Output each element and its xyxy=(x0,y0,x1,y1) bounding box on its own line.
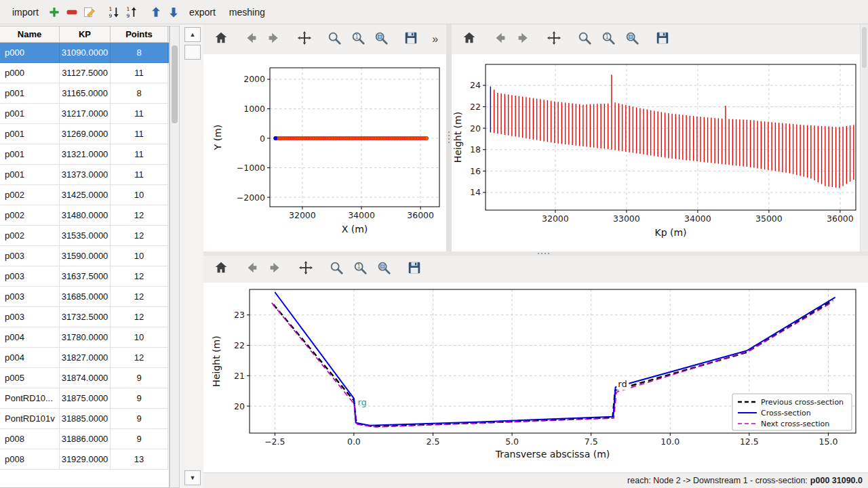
right-scrollbar[interactable] xyxy=(860,24,868,251)
table-row[interactable]: p00431780.000010 xyxy=(0,327,169,348)
pan-icon xyxy=(547,30,561,48)
vertical-splitter[interactable] xyxy=(446,24,452,251)
table-row[interactable]: PontRD10...31875.00009 xyxy=(0,388,169,409)
home-button[interactable] xyxy=(212,30,230,49)
save-button[interactable] xyxy=(653,30,672,49)
home-icon xyxy=(214,30,229,48)
longitudinal-profile-figure: 1 3200033000340003500036000141618202224K… xyxy=(452,24,860,251)
table-row[interactable]: p00131217.000011 xyxy=(0,104,169,124)
forward-button[interactable] xyxy=(514,30,533,49)
svg-text:36000: 36000 xyxy=(407,210,434,220)
cell-points: 10 xyxy=(111,246,168,266)
meshing-button[interactable]: meshing xyxy=(222,4,272,20)
column-header[interactable]: Name xyxy=(0,26,60,43)
table-row[interactable]: p00831886.00009 xyxy=(0,429,169,449)
plan-view-chart[interactable]: 320003400036000−2000−1000010002000X (m)Y… xyxy=(203,54,446,251)
table-scrollbar-thumb[interactable] xyxy=(172,45,178,123)
annotation-rd: rd xyxy=(618,379,627,389)
table-row[interactable]: p00131373.000011 xyxy=(0,165,169,185)
table-row[interactable]: p00331685.000012 xyxy=(0,287,169,307)
svg-text:9: 9 xyxy=(108,12,112,18)
back-button[interactable] xyxy=(241,30,260,49)
save-button[interactable] xyxy=(402,30,420,49)
cell-name: PontRD10... xyxy=(0,388,60,409)
zoom-button[interactable] xyxy=(326,30,344,49)
scroll-down-button[interactable]: ▼ xyxy=(184,470,201,485)
zoom-button[interactable] xyxy=(327,260,346,279)
table-row[interactable]: p00131165.00008 xyxy=(0,83,169,104)
sort-descending-icon[interactable]: 19 xyxy=(105,3,123,21)
toolbar-overflow-button[interactable]: » xyxy=(432,33,438,45)
zoom-rect-button[interactable] xyxy=(374,260,393,279)
export-button[interactable]: export xyxy=(182,4,222,20)
table-row[interactable]: p00331732.500012 xyxy=(0,307,169,327)
pan-button[interactable] xyxy=(295,30,313,49)
back-icon xyxy=(492,30,507,48)
table-row[interactable]: p00031090.00008 xyxy=(0,43,169,63)
forward-icon xyxy=(268,260,283,278)
add-icon[interactable] xyxy=(45,3,63,21)
zoom-original-button[interactable]: 1 xyxy=(599,30,618,49)
svg-text:32000: 32000 xyxy=(289,210,316,220)
table-row[interactable]: p00531874.00009 xyxy=(0,368,169,388)
move-up-icon[interactable] xyxy=(147,3,165,21)
sort-ascending-icon[interactable]: 19 xyxy=(123,3,140,21)
scroll-up-button[interactable]: ▲ xyxy=(184,27,201,42)
zoom-original-button[interactable]: 1 xyxy=(349,30,367,49)
table-row[interactable]: p00031127.500011 xyxy=(0,63,169,83)
import-button[interactable]: import xyxy=(5,4,45,20)
cell-name: p005 xyxy=(0,368,60,388)
back-button[interactable] xyxy=(490,30,509,49)
home-button[interactable] xyxy=(212,260,231,279)
pan-button[interactable] xyxy=(296,260,315,279)
table-row[interactable]: p00231425.000010 xyxy=(0,185,169,205)
zoom-rect-button[interactable] xyxy=(372,30,390,49)
cell-kp: 31590.0000 xyxy=(60,246,111,266)
table-scrollbar[interactable] xyxy=(170,26,180,488)
table-row[interactable]: p00131269.000011 xyxy=(0,124,169,144)
remove-icon[interactable] xyxy=(63,3,81,21)
back-button[interactable] xyxy=(242,260,261,279)
table-row[interactable]: PontRD101v31885.00009 xyxy=(0,409,169,429)
status-bar: reach: Node 2 -> Downstream 1 - cross-se… xyxy=(203,472,868,488)
cell-points: 12 xyxy=(111,266,168,287)
zoom-rect-button[interactable] xyxy=(623,30,642,49)
svg-text:32000: 32000 xyxy=(542,214,569,224)
zoom-icon xyxy=(329,260,344,278)
cell-points: 10 xyxy=(111,185,168,205)
panel-scrollbar-thumb[interactable] xyxy=(184,45,201,60)
table-row[interactable]: p00331637.500012 xyxy=(0,266,169,287)
table-row[interactable]: p00131321.000011 xyxy=(0,144,169,165)
edit-icon[interactable] xyxy=(81,3,98,21)
forward-button[interactable] xyxy=(266,260,285,279)
longitudinal-profile-chart[interactable]: 3200033000340003500036000141618202224Kp … xyxy=(452,54,860,251)
svg-text:Next cross-section: Next cross-section xyxy=(761,420,829,428)
cell-name: p003 xyxy=(0,287,60,307)
horizontal-splitter[interactable] xyxy=(203,251,868,256)
svg-text:7.5: 7.5 xyxy=(585,436,598,447)
zoom-original-button[interactable]: 1 xyxy=(351,260,370,279)
pan-button[interactable] xyxy=(545,30,564,49)
table-row[interactable]: p00331590.000010 xyxy=(0,246,169,266)
zoom-button[interactable] xyxy=(575,30,594,49)
table-row[interactable]: p00831929.000013 xyxy=(0,449,169,470)
column-header[interactable]: Points xyxy=(111,26,168,43)
top-figures-row: 1» 320003400036000−2000−1000010002000X (… xyxy=(203,24,868,251)
cross-section-chart[interactable]: −2.50.02.55.07.510.012.515.020212223Tran… xyxy=(203,283,868,472)
svg-text:−2000: −2000 xyxy=(237,192,265,203)
save-button[interactable] xyxy=(405,260,424,279)
move-down-icon[interactable] xyxy=(165,3,182,21)
table-body: p00031090.00008p00031127.500011p00131165… xyxy=(0,43,169,470)
selected-cross-section-marker xyxy=(273,136,277,140)
table-row[interactable]: p00231535.000012 xyxy=(0,226,169,246)
x-axis: 320003400036000 xyxy=(289,207,434,220)
right-scrollbar-thumb[interactable] xyxy=(862,27,867,68)
svg-text:1: 1 xyxy=(108,6,112,12)
forward-button[interactable] xyxy=(265,30,283,49)
column-header[interactable]: KP xyxy=(60,26,111,43)
home-button[interactable] xyxy=(460,30,479,49)
table-row[interactable]: p00431827.000012 xyxy=(0,348,169,368)
cell-points: 8 xyxy=(111,43,168,63)
cell-name: p002 xyxy=(0,205,60,226)
table-row[interactable]: p00231480.000012 xyxy=(0,205,169,226)
